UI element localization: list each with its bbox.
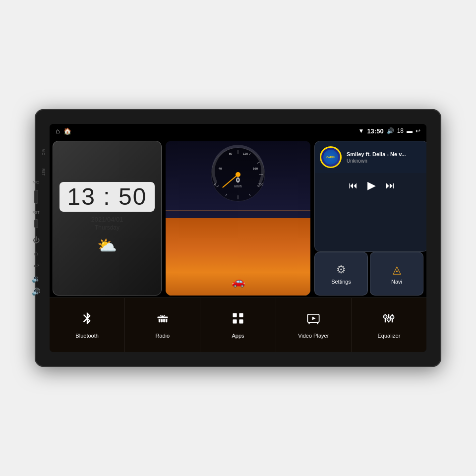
radio-icon (156, 311, 170, 329)
apps-row: Bluetooth (50, 298, 426, 352)
volume-level: 18 (397, 127, 404, 134)
svg-rect-24 (166, 319, 168, 322)
equalizer-button[interactable]: Equalizer (352, 298, 426, 352)
settings-button[interactable]: ⚙ Settings (314, 252, 368, 296)
status-bar: ⌂ 🏠 ▼ 13:50 🔊 18 ▬ ↩ (50, 124, 426, 138)
svg-text:0: 0 (236, 176, 240, 184)
speedometer-widget: 0 40 80 120 160 200 0 km/h (166, 141, 310, 296)
carfu-logo: CARFU (320, 146, 342, 168)
home-side-icon[interactable]: ⌂ (34, 249, 38, 257)
svg-text:200: 200 (258, 183, 264, 186)
prev-button[interactable]: ⏮ (349, 180, 357, 191)
volume-up-side-icon[interactable]: 🔊 (32, 288, 40, 296)
video-player-label: Video Player (298, 333, 329, 339)
bluetooth-label: Bluetooth (75, 333, 98, 339)
svg-text:120: 120 (243, 152, 248, 155)
svg-point-37 (384, 315, 387, 318)
volume-icon: 🔊 (387, 127, 394, 134)
clock-day: Thursday (95, 224, 119, 231)
clock-display: 13 : 50 (60, 182, 155, 212)
svg-text:km/h: km/h (234, 184, 241, 188)
svg-rect-20 (157, 317, 168, 319)
svg-text:80: 80 (229, 152, 233, 155)
quick-actions: ⚙ Settings ◬ Navi (314, 252, 423, 296)
navi-label: Navi (391, 279, 402, 285)
video-player-button[interactable]: Video Player (276, 298, 352, 352)
svg-rect-30 (233, 319, 237, 323)
svg-rect-29 (239, 313, 243, 317)
clock-widget: 13 : 50 2021/04/01 Thursday ⛅ (53, 141, 162, 296)
screen: ⌂ 🏠 ▼ 13:50 🔊 18 ▬ ↩ 13 : 50 2021/04/01 … (50, 124, 426, 352)
power-side-icon[interactable]: ⏻ (33, 236, 40, 244)
svg-text:160: 160 (253, 167, 258, 170)
settings-label: Settings (331, 279, 351, 285)
apps-button[interactable]: Apps (200, 298, 276, 352)
svg-point-41 (391, 315, 394, 319)
wifi-icon: ▼ (358, 127, 364, 134)
svg-rect-22 (161, 319, 163, 322)
svg-marker-33 (312, 317, 316, 320)
equalizer-icon (382, 311, 396, 329)
weather-icon: ⛅ (97, 236, 117, 255)
svg-rect-23 (163, 319, 165, 322)
home-status-icon[interactable]: ⌂ (56, 127, 60, 135)
status-time: 13:50 (367, 127, 383, 135)
rst-label: RST (42, 169, 45, 176)
radio-label: Radio (155, 333, 170, 339)
widget-status-icon[interactable]: 🏠 (63, 127, 71, 135)
svg-rect-31 (239, 319, 243, 323)
music-widget: CARFU Smiley ft. Delia - Ne v... Unknown… (314, 141, 426, 252)
battery-icon: ▬ (407, 127, 413, 134)
rst-side-label: RST (33, 211, 40, 214)
car-icon: 🚗 (232, 275, 245, 288)
right-column: CARFU Smiley ft. Delia - Ne v... Unknown… (312, 138, 426, 298)
main-content: 13 : 50 2021/04/01 Thursday ⛅ (50, 138, 426, 352)
car-head-unit: MIC RST MIC RST ⏻ ⌂ ↩ 🔉 🔊 ⌂ 🏠 ▼ 13:50 🔊 … (35, 109, 441, 367)
svg-point-39 (387, 318, 391, 321)
radio-button[interactable]: Radio (125, 298, 200, 352)
svg-rect-28 (233, 313, 237, 317)
clock-date: 2021/04/01 (91, 216, 123, 223)
volume-down-side-icon[interactable]: 🔉 (32, 275, 40, 283)
apps-grid-icon (231, 311, 245, 329)
bluetooth-icon (80, 311, 94, 329)
video-player-icon (306, 311, 320, 329)
speedometer-gauge: 0 40 80 120 160 200 0 km/h (208, 145, 268, 204)
navi-button[interactable]: ◬ Navi (370, 252, 423, 296)
mic-button[interactable] (34, 190, 38, 204)
music-artist: Unknown (347, 158, 423, 164)
apps-label: Apps (232, 333, 244, 339)
rst-button[interactable] (34, 219, 38, 228)
navi-icon: ◬ (393, 263, 401, 276)
back-side-icon[interactable]: ↩ (33, 262, 39, 270)
svg-text:40: 40 (219, 167, 222, 170)
mic-side-label: MIC (33, 180, 39, 184)
gear-icon: ⚙ (336, 263, 346, 276)
svg-rect-21 (159, 319, 161, 322)
bluetooth-button[interactable]: Bluetooth (50, 298, 125, 352)
back-status-icon[interactable]: ↩ (416, 127, 420, 134)
play-button[interactable]: ▶ (367, 179, 376, 192)
next-button[interactable]: ⏭ (386, 180, 395, 191)
mic-label: MIC (42, 149, 45, 155)
music-title: Smiley ft. Delia - Ne v... (347, 151, 423, 157)
equalizer-label: Equalizer (377, 333, 400, 339)
